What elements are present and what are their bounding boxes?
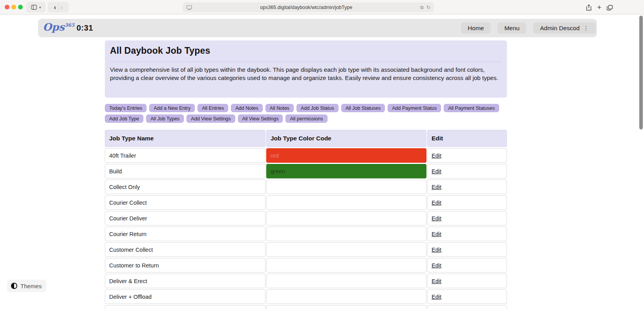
table-row: Collect OnlyEdit (105, 180, 507, 194)
edit-cell: Edit (427, 180, 507, 194)
toolbar-button[interactable]: Add Job Status (296, 104, 338, 112)
toolbar-button[interactable]: Add Job Type (105, 115, 143, 123)
job-type-color-cell (266, 305, 426, 309)
job-type-color-cell (266, 258, 426, 273)
column-header: Job Type Color Code (266, 130, 426, 147)
table-row: Courier ReturnEdit (105, 227, 507, 241)
edit-link[interactable]: Edit (432, 153, 441, 159)
edit-link[interactable]: Edit (432, 168, 441, 174)
nav-button-label: Menu (504, 25, 520, 32)
address-bar[interactable]: ops365.digital/daybook/wtc/admin/jobType… (183, 2, 434, 12)
nav-button-admin-descod[interactable]: Admin Descod⋮ (533, 22, 596, 34)
browser-chrome: ▾ ‹ › ops365.digital/daybook/wtc/admin/j… (0, 0, 644, 15)
job-type-color-cell (266, 227, 426, 241)
logo-text: Ops (43, 21, 64, 33)
themes-button[interactable]: Themes (7, 280, 46, 292)
share-icon (586, 4, 592, 11)
logo-sup: 365 (64, 22, 74, 28)
nav-button-home[interactable]: Home (461, 22, 490, 34)
edit-link[interactable]: Edit (432, 215, 441, 222)
job-type-name-cell: Courier Return (105, 227, 265, 241)
toolbar-button[interactable]: Today's Entries (105, 104, 146, 112)
job-type-name-cell: Collect Only (105, 180, 265, 194)
toolbar-button[interactable]: All View Settings (238, 115, 283, 123)
nav-button-menu[interactable]: Menu (498, 22, 526, 34)
new-tab-button[interactable]: + (594, 2, 604, 13)
reload-icon[interactable]: ↻ (426, 5, 430, 10)
app-nav: HomeMenuAdmin Descod⋮ (461, 19, 596, 37)
toolbar-button[interactable]: All Payment Statuses (444, 104, 499, 112)
close-window-button[interactable] (5, 5, 9, 9)
edit-cell: Edit (427, 274, 507, 288)
toolbar-button[interactable]: All Notes (265, 104, 294, 112)
column-header: Job Type Name (105, 130, 265, 147)
share-button[interactable] (584, 2, 594, 13)
edit-cell: Edit (427, 164, 507, 178)
toolbar-button[interactable]: Add Payment Status (388, 104, 441, 112)
job-type-color-cell: green (266, 164, 426, 178)
table-row: Deliver & ErectEdit (105, 274, 507, 288)
edit-link[interactable]: Edit (432, 231, 441, 237)
job-type-color-cell (266, 211, 426, 225)
table-row: Courier CollectEdit (105, 195, 507, 210)
job-type-color-cell (266, 274, 426, 288)
app-header: Ops365 0:31 HomeMenuAdmin Descod⋮ (38, 19, 597, 37)
back-button[interactable]: ‹ (54, 4, 56, 11)
edit-link[interactable]: Edit (432, 247, 441, 253)
table-row: Deliver + OffloadEdit (105, 289, 507, 304)
edit-link[interactable]: Edit (432, 262, 441, 269)
vertical-scrollbar[interactable] (639, 16, 643, 129)
toolbar-button[interactable]: All permissions (285, 115, 327, 123)
job-type-color-cell (266, 180, 426, 194)
job-type-name-cell: Deliver + Offload (105, 289, 265, 304)
nav-button-label: Home (468, 25, 484, 32)
column-header: Edit (427, 130, 507, 147)
edit-link[interactable]: Edit (432, 294, 441, 300)
table-body: 40ft TrailerredEditBuildgreenEditCollect… (105, 148, 507, 309)
page-settings-icon[interactable] (187, 5, 192, 10)
edit-cell: Edit (427, 195, 507, 210)
table-row: Courier DeliverEdit (105, 211, 507, 225)
tab-overview-button[interactable] (605, 2, 615, 13)
page-title: All Daybook Job Types (110, 45, 502, 56)
edit-cell: Edit (427, 289, 507, 304)
forward-button[interactable]: › (60, 4, 63, 11)
zoom-window-button[interactable] (18, 5, 23, 9)
toolbar: Today's EntriesAdd a New EntryAll Entrie… (105, 104, 507, 123)
toolbar-button[interactable]: All Job Types (146, 115, 184, 123)
table-row: 40ft TrailerredEdit (105, 148, 507, 163)
toolbar-button[interactable]: Add Notes (231, 104, 262, 112)
edit-cell: Edit (427, 211, 507, 225)
edit-cell: Edit (427, 227, 507, 241)
job-type-name-cell (105, 305, 265, 309)
job-type-name-cell: 40ft Trailer (105, 148, 265, 163)
job-type-name-cell: Customer Collect (105, 242, 265, 257)
table-row: Customer CollectEdit (105, 242, 507, 257)
ops365-logo[interactable]: Ops365 (43, 21, 75, 33)
job-type-name-cell: Customer to Return (105, 258, 265, 273)
job-type-color-cell: red (266, 148, 426, 163)
toolbar-button[interactable]: Add a New Entry (149, 104, 195, 112)
edit-link[interactable]: Edit (432, 200, 441, 206)
job-type-name-cell: Courier Collect (105, 195, 265, 210)
url-text[interactable]: ops365.digital/daybook/wtc/admin/jobType (192, 5, 420, 10)
table-row: BuildgreenEdit (105, 164, 507, 178)
toolbar-button[interactable]: Add View Settings (187, 115, 235, 123)
edit-link[interactable]: Edit (432, 278, 441, 284)
edit-link[interactable]: Edit (432, 184, 441, 190)
job-type-name-cell: Deliver & Erect (105, 274, 265, 288)
history-nav: ‹ › (48, 2, 69, 13)
session-timer: 0:31 (77, 24, 93, 33)
toolbar-button[interactable]: All Entries (198, 104, 228, 112)
toolbar-button[interactable]: All Job Statuses (341, 104, 385, 112)
sidebar-toggle[interactable]: ▾ (26, 2, 46, 13)
divider (110, 62, 502, 62)
translate-icon[interactable]: ⧉ (420, 5, 424, 10)
job-type-color-cell (266, 289, 426, 304)
kebab-icon: ⋮ (583, 25, 589, 32)
plus-icon: + (597, 3, 601, 12)
job-type-color-cell (266, 242, 426, 257)
intro-panel: All Daybook Job Types View a comprehensi… (105, 40, 507, 98)
edit-cell: Edit (427, 242, 507, 257)
minimize-window-button[interactable] (11, 5, 16, 9)
